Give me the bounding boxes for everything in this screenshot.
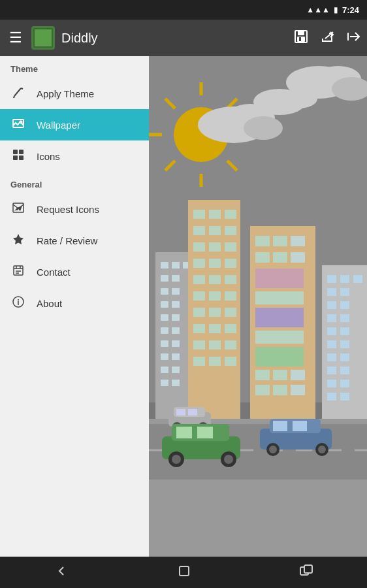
svg-rect-120 <box>273 370 287 380</box>
svg-rect-75 <box>172 380 180 386</box>
apply-theme-icon <box>10 86 26 102</box>
battery-icon: ▮ <box>334 5 338 14</box>
svg-rect-112 <box>273 252 287 263</box>
svg-rect-87 <box>209 259 221 268</box>
svg-rect-67 <box>172 327 180 334</box>
svg-rect-135 <box>327 327 336 335</box>
about-icon: i <box>10 295 26 312</box>
svg-point-163 <box>269 446 277 453</box>
main-content: Theme Apply Theme Wallpaper <box>0 56 367 557</box>
svg-rect-68 <box>161 340 168 347</box>
app-logo-inner <box>33 28 53 48</box>
svg-rect-140 <box>340 353 349 361</box>
svg-rect-93 <box>209 291 221 301</box>
svg-rect-137 <box>327 340 336 348</box>
svg-rect-123 <box>273 385 287 395</box>
svg-text:i: i <box>17 298 19 307</box>
svg-rect-146 <box>340 393 349 400</box>
svg-rect-145 <box>327 393 336 400</box>
save-icon[interactable] <box>294 29 308 47</box>
rate-review-icon <box>10 233 26 249</box>
icons-label: Icons <box>37 151 60 162</box>
svg-rect-94 <box>225 291 236 301</box>
share-icon[interactable] <box>320 29 334 47</box>
svg-rect-116 <box>255 308 304 327</box>
sidebar-item-icons[interactable]: Icons <box>0 140 149 172</box>
svg-rect-70 <box>161 353 168 360</box>
svg-rect-131 <box>327 301 336 309</box>
app-bar: ☰ Diddly <box>0 20 367 56</box>
svg-rect-110 <box>291 236 305 246</box>
status-bar: ▲▲▲ ▮ 7:24 <box>0 0 367 20</box>
wallpaper-icon <box>10 117 26 133</box>
sidebar-item-contact[interactable]: Contact <box>0 256 149 287</box>
svg-rect-102 <box>209 340 221 350</box>
svg-rect-72 <box>161 367 168 373</box>
sidebar: Theme Apply Theme Wallpaper <box>0 56 149 557</box>
svg-line-7 <box>13 97 15 97</box>
home-button[interactable] <box>177 564 191 581</box>
icons-icon <box>10 148 26 165</box>
sidebar-item-apply-theme[interactable]: Apply Theme <box>0 78 149 109</box>
svg-rect-117 <box>255 331 304 344</box>
svg-point-44 <box>244 116 283 140</box>
recent-apps-button[interactable] <box>299 564 313 581</box>
svg-rect-126 <box>327 275 336 283</box>
svg-rect-105 <box>209 357 221 366</box>
svg-rect-152 <box>176 409 185 416</box>
back-button[interactable] <box>54 563 69 582</box>
svg-rect-62 <box>161 301 168 308</box>
hamburger-icon[interactable]: ☰ <box>7 27 25 49</box>
wallpaper-preview <box>149 56 367 557</box>
svg-rect-100 <box>225 324 236 333</box>
svg-rect-174 <box>149 480 367 557</box>
svg-rect-115 <box>255 291 304 304</box>
svg-line-6 <box>14 88 21 96</box>
svg-rect-108 <box>255 236 270 246</box>
svg-rect-97 <box>225 308 236 317</box>
svg-point-10 <box>20 121 22 123</box>
request-icons-icon <box>10 201 26 218</box>
svg-rect-60 <box>161 288 168 295</box>
svg-rect-99 <box>209 324 221 333</box>
svg-point-32 <box>281 89 317 108</box>
svg-rect-80 <box>193 226 205 235</box>
svg-point-171 <box>172 455 181 464</box>
request-icons-label: Request Icons <box>37 204 99 215</box>
sidebar-item-about[interactable]: i About <box>0 287 149 319</box>
theme-section-header: Theme <box>0 56 149 78</box>
svg-rect-58 <box>161 275 168 282</box>
svg-rect-19 <box>14 266 23 275</box>
svg-rect-12 <box>19 150 24 154</box>
svg-rect-177 <box>304 565 312 573</box>
svg-rect-121 <box>291 370 305 380</box>
login-icon[interactable] <box>346 29 360 47</box>
svg-rect-64 <box>161 314 168 321</box>
svg-rect-118 <box>255 347 304 367</box>
svg-rect-82 <box>225 226 236 235</box>
svg-rect-92 <box>193 291 205 301</box>
svg-rect-55 <box>161 262 168 269</box>
svg-point-165 <box>318 446 326 453</box>
sidebar-item-rate-review[interactable]: Rate / Review <box>0 225 149 256</box>
svg-rect-88 <box>225 259 236 268</box>
svg-rect-129 <box>327 288 336 296</box>
sidebar-item-wallpaper[interactable]: Wallpaper <box>0 109 149 140</box>
svg-rect-175 <box>180 566 189 576</box>
svg-rect-98 <box>193 324 205 333</box>
contact-icon <box>10 264 26 280</box>
svg-rect-122 <box>255 385 270 395</box>
svg-rect-13 <box>13 155 18 160</box>
wifi-icon: ▲▲▲ <box>306 5 330 14</box>
svg-rect-133 <box>327 314 336 322</box>
svg-rect-104 <box>193 357 205 366</box>
svg-rect-63 <box>172 301 180 308</box>
app-bar-actions <box>294 29 360 47</box>
svg-rect-78 <box>209 210 221 219</box>
svg-rect-81 <box>209 226 221 235</box>
svg-rect-73 <box>172 367 180 373</box>
about-label: About <box>37 298 62 309</box>
general-section-header: General <box>0 172 149 193</box>
svg-rect-69 <box>172 340 180 347</box>
sidebar-item-request-icons[interactable]: Request Icons <box>0 193 149 225</box>
